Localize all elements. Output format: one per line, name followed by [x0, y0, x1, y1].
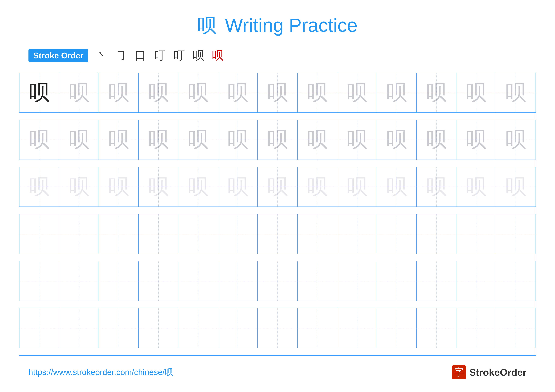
grid-cell[interactable]: [297, 214, 337, 254]
grid-cell[interactable]: [99, 261, 139, 301]
stroke-step-3: 口: [135, 48, 146, 63]
grid-cell[interactable]: [377, 261, 416, 301]
grid-cell[interactable]: 呗: [178, 120, 218, 160]
stroke-step-1: 丶: [96, 48, 108, 63]
grid-cell[interactable]: 呗: [337, 120, 377, 160]
stroke-step-2: ㇆: [116, 48, 127, 63]
grid-cell[interactable]: 呗: [19, 120, 59, 160]
grid-cell[interactable]: 呗: [59, 167, 99, 207]
footer-logo: 字 StrokeOrder: [452, 365, 526, 379]
grid-cell[interactable]: 呗: [178, 73, 218, 113]
page-title: 呗 Writing Practice: [197, 13, 358, 38]
grid-cell[interactable]: 呗: [337, 167, 377, 207]
grid-cell[interactable]: [416, 308, 456, 348]
grid-cell[interactable]: 呗: [377, 167, 416, 207]
grid-cell[interactable]: 呗: [416, 73, 456, 113]
grid-cell[interactable]: [59, 308, 99, 348]
grid-cell[interactable]: 呗: [297, 73, 337, 113]
stroke-step-6: 呗: [193, 48, 204, 63]
grid-cell[interactable]: [377, 214, 416, 254]
grid-cell[interactable]: [178, 214, 218, 254]
grid-cell[interactable]: [496, 261, 536, 301]
grid-cell[interactable]: 呗: [456, 120, 496, 160]
grid-cell[interactable]: [19, 261, 59, 301]
footer-url: https://www.strokeorder.com/chinese/呗: [29, 367, 173, 378]
grid-cell[interactable]: [19, 308, 59, 348]
grid-cell[interactable]: 呗: [456, 167, 496, 207]
grid-cell[interactable]: [337, 214, 377, 254]
grid-cell[interactable]: 呗: [218, 120, 258, 160]
grid-cell[interactable]: 呗: [377, 73, 416, 113]
footer: https://www.strokeorder.com/chinese/呗 字 …: [19, 365, 536, 379]
grid-cell[interactable]: 呗: [139, 120, 178, 160]
grid-cell[interactable]: 呗: [377, 120, 416, 160]
grid-cell[interactable]: [258, 214, 297, 254]
grid-cell[interactable]: [456, 214, 496, 254]
grid-cell[interactable]: [218, 308, 258, 348]
grid-cell[interactable]: 呗: [258, 120, 297, 160]
grid-cell[interactable]: 呗: [139, 73, 178, 113]
stroke-step-4: 叮: [154, 48, 166, 63]
grid-cell[interactable]: 呗: [59, 120, 99, 160]
page-container: 呗 Writing Practice Stroke Order 丶 ㇆ 口 叮 …: [0, 0, 555, 392]
grid-cell[interactable]: 呗: [178, 167, 218, 207]
grid-cell[interactable]: 呗: [496, 167, 536, 207]
grid-cell[interactable]: [258, 308, 297, 348]
stroke-order-row: Stroke Order 丶 ㇆ 口 叮 叮 呗 呗: [29, 48, 223, 63]
practice-grid: 呗呗呗呗呗呗呗呗呗呗呗呗呗呗呗呗呗呗呗呗呗呗呗呗呗呗呗呗呗呗呗呗呗呗呗呗呗呗呗: [19, 73, 536, 356]
footer-logo-icon: 字: [452, 365, 466, 379]
grid-cell[interactable]: 呗: [99, 167, 139, 207]
grid-cell[interactable]: [139, 261, 178, 301]
grid-cell[interactable]: 呗: [416, 167, 456, 207]
grid-cell[interactable]: 呗: [218, 73, 258, 113]
grid-cell[interactable]: [496, 308, 536, 348]
grid-cell[interactable]: 呗: [337, 73, 377, 113]
grid-cell[interactable]: 呗: [99, 73, 139, 113]
grid-cell[interactable]: 呗: [19, 167, 59, 207]
grid-cell[interactable]: 呗: [496, 73, 536, 113]
stroke-step-7: 呗: [212, 48, 223, 63]
grid-cell[interactable]: 呗: [258, 73, 297, 113]
title-writing-practice: Writing Practice: [225, 14, 358, 36]
grid-cell[interactable]: [139, 308, 178, 348]
grid-cell[interactable]: 呗: [258, 167, 297, 207]
grid-cell[interactable]: 呗: [416, 120, 456, 160]
footer-logo-text: StrokeOrder: [469, 367, 526, 378]
grid-cell[interactable]: [59, 261, 99, 301]
grid-cell[interactable]: 呗: [218, 167, 258, 207]
grid-cell[interactable]: [337, 308, 377, 348]
grid-cell[interactable]: 呗: [19, 73, 59, 113]
grid-cell[interactable]: [337, 261, 377, 301]
grid-cell[interactable]: [297, 261, 337, 301]
grid-cell[interactable]: 呗: [297, 167, 337, 207]
grid-cell[interactable]: [218, 214, 258, 254]
grid-cell[interactable]: 呗: [59, 73, 99, 113]
grid-cell[interactable]: [19, 214, 59, 254]
grid-cell[interactable]: [496, 214, 536, 254]
grid-cell[interactable]: [416, 214, 456, 254]
stroke-order-badge: Stroke Order: [29, 49, 88, 62]
grid-cell[interactable]: [99, 214, 139, 254]
title-chinese-char: 呗: [197, 14, 216, 36]
grid-cell[interactable]: [377, 308, 416, 348]
grid-cell[interactable]: 呗: [456, 73, 496, 113]
grid-cell[interactable]: [178, 308, 218, 348]
grid-cell[interactable]: 呗: [139, 167, 178, 207]
grid-cell[interactable]: [258, 261, 297, 301]
grid-cell[interactable]: [297, 308, 337, 348]
grid-cell[interactable]: [456, 308, 496, 348]
grid-cell[interactable]: [456, 261, 496, 301]
grid-cell[interactable]: [59, 214, 99, 254]
grid-cell[interactable]: [139, 214, 178, 254]
grid-cell[interactable]: 呗: [297, 120, 337, 160]
grid-cell[interactable]: 呗: [99, 120, 139, 160]
grid-cell[interactable]: 呗: [496, 120, 536, 160]
grid-cell[interactable]: [218, 261, 258, 301]
grid-cell[interactable]: [416, 261, 456, 301]
grid-cell[interactable]: [178, 261, 218, 301]
stroke-step-5: 叮: [173, 48, 185, 63]
grid-cell[interactable]: [99, 308, 139, 348]
